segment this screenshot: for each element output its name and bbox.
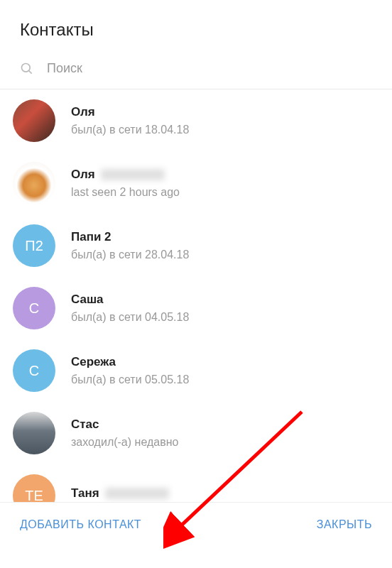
- contact-item[interactable]: ССашабыл(а) в сети 04.05.18: [0, 277, 392, 339]
- contact-item[interactable]: ССережабыл(а) в сети 05.05.18: [0, 339, 392, 402]
- svg-point-0: [22, 63, 31, 72]
- contact-info: Папи 2был(а) в сети 28.04.18: [71, 230, 379, 261]
- add-contact-button[interactable]: ДОБАВИТЬ КОНТАКТ: [20, 518, 141, 531]
- contact-status: был(а) в сети 05.05.18: [71, 373, 379, 386]
- contact-name: Оля: [71, 168, 379, 182]
- close-button[interactable]: ЗАКРЫТЬ: [317, 518, 372, 531]
- contact-status: был(а) в сети 28.04.18: [71, 248, 379, 261]
- avatar: П2: [13, 224, 55, 267]
- contact-item[interactable]: Оляlast seen 2 hours ago: [0, 152, 392, 214]
- contact-status: заходил(-а) недавно: [71, 436, 379, 449]
- blurred-text: [101, 169, 165, 180]
- contact-info: Сашабыл(а) в сети 04.05.18: [71, 293, 379, 324]
- avatar: С: [13, 287, 55, 329]
- contact-item[interactable]: Олябыл(а) в сети 18.04.18: [0, 89, 392, 152]
- contact-item[interactable]: Стасзаходил(-а) недавно: [0, 402, 392, 464]
- contact-name: Сережа: [71, 355, 379, 369]
- contact-status: last seen 2 hours ago: [71, 186, 379, 199]
- contact-status: был(а) в сети 18.04.18: [71, 124, 379, 136]
- search-row: [0, 54, 392, 89]
- avatar: С: [13, 349, 55, 392]
- blurred-text: [105, 488, 169, 499]
- contact-name: Саша: [71, 293, 379, 307]
- page-title: Контакты: [20, 20, 372, 40]
- avatar: [13, 99, 55, 142]
- contact-name: Стас: [71, 417, 379, 432]
- contact-info: Сережабыл(а) в сети 05.05.18: [71, 355, 379, 386]
- footer: ДОБАВИТЬ КОНТАКТ ЗАКРЫТЬ: [0, 502, 392, 547]
- avatar: [13, 162, 55, 204]
- header: Контакты: [0, 0, 392, 54]
- contact-status: был(а) в сети 04.05.18: [71, 311, 379, 324]
- contact-item[interactable]: П2Папи 2был(а) в сети 28.04.18: [0, 214, 392, 277]
- contacts-list: Олябыл(а) в сети 18.04.18Оляlast seen 2 …: [0, 89, 392, 502]
- contact-info: Олябыл(а) в сети 18.04.18: [71, 105, 379, 136]
- contact-info: Оляlast seen 2 hours ago: [71, 168, 379, 199]
- contact-name: Таня: [71, 486, 379, 501]
- search-icon: [20, 62, 34, 76]
- contact-info: Таня: [71, 486, 379, 502]
- svg-line-1: [29, 70, 32, 73]
- avatar: ТЕ: [13, 474, 55, 502]
- contact-name: Папи 2: [71, 230, 379, 244]
- contact-name: Оля: [71, 105, 379, 119]
- contact-info: Стасзаходил(-а) недавно: [71, 417, 379, 449]
- avatar: [13, 412, 55, 454]
- contact-item[interactable]: ТЕТаня: [0, 464, 392, 502]
- search-input[interactable]: [47, 61, 372, 76]
